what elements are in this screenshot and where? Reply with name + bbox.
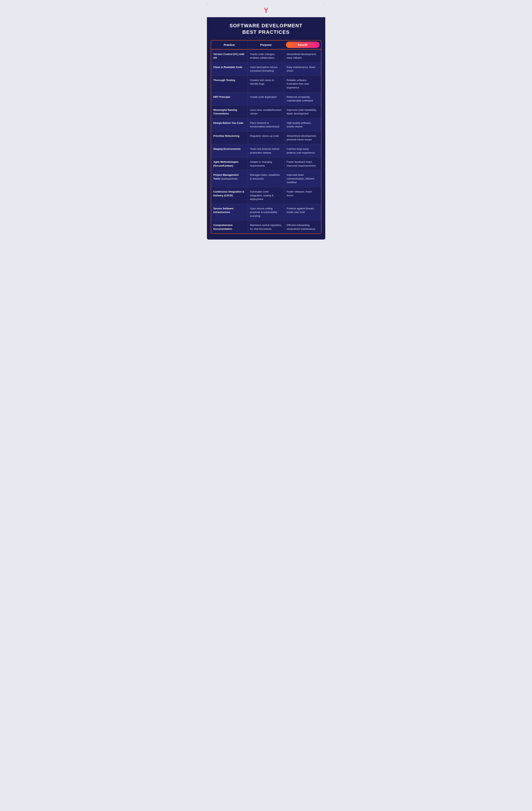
practice-cell: DRY Principle — [211, 92, 248, 105]
benefit-cell: Efficient onboarding, streamlined mainte… — [284, 220, 321, 233]
purpose-cell: Regularly cleans up code — [248, 132, 284, 144]
header-purpose: Purpose — [248, 41, 284, 49]
table-row: Agile Methodologies (Scrum/Kanban) Adapt… — [211, 157, 321, 170]
benefit-cell: Protects against threats, builds user tr… — [284, 204, 321, 220]
table-row: Thorough Testing Creates test cases to i… — [211, 75, 321, 92]
table-row: Secure Software Infrastructure Uses secu… — [211, 204, 321, 220]
table-row: Meaningful Naming Conventions Uses clear… — [211, 105, 321, 118]
practice-cell: Clean & Readable Code — [211, 63, 248, 75]
practice-cell: Prioritize Refactoring — [211, 132, 248, 144]
table-header: Practice Purpose Benefit — [211, 41, 321, 49]
purpose-cell: Tracks code changes, enables collaborati… — [248, 50, 284, 62]
table-row: Continuous Integration & Delivery (CI/CD… — [211, 187, 321, 204]
benefit-cell: Reduced complexity, maintainable codebas… — [284, 92, 321, 105]
data-table: Practice Purpose Benefit Version Control… — [211, 40, 322, 234]
purpose-cell: Creates test cases to identify bugs — [248, 76, 284, 92]
benefit-cell: Streamlined development, prevents future… — [284, 132, 321, 144]
title-section: SOFTWARE DEVELOPMENT BEST PRACTICES — [207, 17, 325, 40]
practice-cell: Continuous Integration & Delivery (CI/CD… — [211, 187, 248, 204]
header-practice: Practice — [211, 41, 248, 49]
purpose-cell: Avoids code duplication — [248, 92, 284, 105]
main-title: SOFTWARE DEVELOPMENT BEST PRACTICES — [211, 22, 322, 35]
purpose-cell: Uses descriptive names, consistent forma… — [248, 63, 284, 75]
benefit-cell: Reliable software, frustration-free user… — [284, 76, 321, 92]
purpose-cell: Adapts to changing requirements — [248, 157, 284, 170]
table-row: DRY Principle Avoids code duplication Re… — [211, 92, 321, 105]
practice-cell: Secure Software Infrastructure — [211, 204, 248, 220]
benefit-cell: Catches bugs early, protects user experi… — [284, 144, 321, 157]
benefit-cell: Streamlined development, easy rollback. — [284, 50, 321, 62]
purpose-cell: Plans features & functionalities beforeh… — [248, 119, 284, 131]
table-row: Staging Environments Tests new features … — [211, 144, 321, 157]
practice-cell: Agile Methodologies (Scrum/Kanban) — [211, 157, 248, 170]
table-row: Project Management Tools (Jira/Asana/Tre… — [211, 170, 321, 187]
table-body: Version Control (VC) with Git Tracks cod… — [211, 49, 321, 234]
benefit-cell: Faster releases, fewer errors — [284, 187, 321, 204]
purpose-cell: Uses clear variable/function names — [248, 105, 284, 118]
table-row: Prioritize Refactoring Regularly cleans … — [211, 131, 321, 144]
purpose-cell: Maintains central repository for vital d… — [248, 220, 284, 233]
benefit-cell: Improved team communication, efficient w… — [284, 170, 321, 187]
table-row: Design Before You Code Plans features & … — [211, 118, 321, 131]
table-row: Comprehensive Documentation Maintains ce… — [211, 220, 321, 233]
table-row: Version Control (VC) with Git Tracks cod… — [211, 49, 321, 62]
benefit-cell: Improved code readability, faster develo… — [284, 105, 321, 118]
practice-cell: Meaningful Naming Conventions — [211, 105, 248, 118]
purpose-cell: Automates code integration, testing & de… — [248, 187, 284, 204]
top-bar: Y — [207, 4, 325, 17]
practice-cell: Thorough Testing — [211, 76, 248, 92]
table-row: Clean & Readable Code Uses descriptive n… — [211, 62, 321, 75]
benefit-cell: Easy maintenance, fewer errors — [284, 63, 321, 75]
practice-cell: Comprehensive Documentation — [211, 220, 248, 233]
benefit-cell: Faster feedback loops, improved responsi… — [284, 157, 321, 170]
benefit-cell: High-quality software, avoids rework — [284, 119, 321, 131]
practice-cell: Version Control (VC) with Git — [211, 50, 248, 62]
header-benefit: Benefit — [286, 42, 319, 48]
main-card: Y SOFTWARE DEVELOPMENT BEST PRACTICES Pr… — [207, 4, 325, 240]
purpose-cell: Manages tasks, deadlines & resources — [248, 170, 284, 187]
practice-cell: Design Before You Code — [211, 119, 248, 131]
practice-cell: Staging Environments — [211, 144, 248, 157]
header-benefit-wrap: Benefit — [284, 41, 321, 49]
purpose-cell: Tests new features before production rel… — [248, 144, 284, 157]
practice-cell: Project Management Tools (Jira/Asana/Tre… — [211, 170, 248, 187]
logo: Y — [264, 6, 268, 15]
purpose-cell: Uses secure coding practices & vulnerabi… — [248, 204, 284, 220]
